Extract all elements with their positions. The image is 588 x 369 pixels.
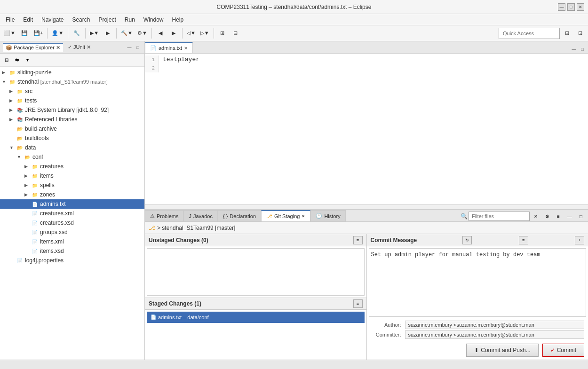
quick-access-box[interactable]: Quick Access xyxy=(499,28,560,39)
maximize-panel-button[interactable]: □ xyxy=(134,44,142,51)
tab-package-explorer[interactable]: 📦 Package Explorer ✕ xyxy=(3,43,63,52)
tree-item-creatures-folder[interactable]: ▶ 📁 creatures xyxy=(0,162,144,171)
build-button[interactable]: 🔨▼ xyxy=(119,27,135,39)
menu-navigate[interactable]: Navigate xyxy=(38,15,67,24)
perspective-button[interactable]: ⊞ xyxy=(216,27,229,39)
tab-javadoc[interactable]: J Javadoc xyxy=(183,210,217,221)
explorer-panel: 📦 Package Explorer ✕ ✓ JUnit ✕ — □ ⊟ ⇆ ▾… xyxy=(0,41,145,360)
close-button[interactable]: ✕ xyxy=(577,3,584,11)
committer-input[interactable] xyxy=(405,330,585,339)
run-button[interactable]: ▶▼ xyxy=(88,27,101,39)
editor-minimize-button[interactable]: — xyxy=(570,46,578,53)
tree-item-tests[interactable]: ▶ 📁 tests xyxy=(0,96,144,105)
tree-item-items-xml[interactable]: ▶ 📄 items.xml xyxy=(0,237,144,246)
menu-project[interactable]: Project xyxy=(95,15,119,24)
staged-menu-button[interactable]: ≡ xyxy=(353,299,363,308)
tree-item-build-archive[interactable]: ▶ 📂 build-archive xyxy=(0,124,144,133)
tree-item-items-folder[interactable]: ▶ 📁 items xyxy=(0,171,144,181)
collapse-all-button[interactable]: ⊟ xyxy=(2,55,11,65)
main-area: 📦 Package Explorer ✕ ✓ JUnit ✕ — □ ⊟ ⇆ ▾… xyxy=(0,41,588,360)
commit-icon: ✓ xyxy=(550,347,555,353)
author-input[interactable] xyxy=(405,321,585,329)
view-button[interactable]: ⊡ xyxy=(574,27,586,39)
minimize-button[interactable]: — xyxy=(558,3,565,11)
link-editor-button[interactable]: ⇆ xyxy=(12,55,22,65)
menu-help[interactable]: Help xyxy=(168,15,188,24)
save-button[interactable]: 💾 xyxy=(18,27,31,39)
toolbar-sep-5 xyxy=(151,28,152,39)
menu-edit[interactable]: Edit xyxy=(19,15,37,24)
staging-tool-btn-2[interactable]: ≡ xyxy=(553,211,564,221)
maximize-button[interactable]: □ xyxy=(567,3,575,11)
navigate-back[interactable]: ◁▼ xyxy=(185,27,198,39)
commit-msg-tool-3[interactable]: + xyxy=(575,236,584,244)
tree-item-src[interactable]: ▶ 📁 src xyxy=(0,86,144,96)
commit-msg-tool-2[interactable]: ≡ xyxy=(519,236,528,244)
tree-item-items-xsd[interactable]: ▶ 📄 items.xsd xyxy=(0,246,144,256)
tab-junit[interactable]: ✓ JUnit ✕ xyxy=(65,43,94,51)
label-tests: tests xyxy=(25,97,37,104)
tab-git-staging[interactable]: ⎇ Git Staging ✕ xyxy=(261,210,310,221)
bottom-tabs: ⚠ Problems J Javadoc { } Declaration ⎇ G… xyxy=(145,210,588,222)
tree-item-admins-txt[interactable]: ▶ 📄 admins.txt xyxy=(0,199,144,209)
editor-tab-close[interactable]: ✕ xyxy=(184,46,188,51)
menu-run[interactable]: Run xyxy=(121,15,139,24)
folder-icon-conf: 📂 xyxy=(24,153,31,161)
build2-button[interactable]: ⚙▼ xyxy=(135,27,149,39)
menu-search[interactable]: Search xyxy=(68,15,94,24)
tab-declaration[interactable]: { } Declaration xyxy=(218,210,261,221)
tree-item-jre[interactable]: ▶ 📚 JRE System Library [jdk1.8.0_92] xyxy=(0,105,144,115)
staged-item-admins-txt[interactable]: 📄 admins.txt – data/conf xyxy=(147,312,365,323)
commit-button[interactable]: ✓ Commit xyxy=(542,344,584,357)
tree-item-buildtools[interactable]: ▶ 📂 buildtools xyxy=(0,133,144,143)
new-button[interactable]: ⬜▼ xyxy=(2,27,17,39)
commit-msg-tool-1[interactable]: ↻ xyxy=(462,236,472,244)
editor-tab-admins-txt[interactable]: 📄 admins.txt ✕ xyxy=(145,42,193,53)
tree-item-sliding-puzzle[interactable]: ▶ 📁 sliding-puzzle xyxy=(0,68,144,77)
label-admins-txt: admins.txt xyxy=(40,201,66,207)
tab-problems[interactable]: ⚠ Problems xyxy=(145,210,183,221)
staging-minimize-btn[interactable]: — xyxy=(564,211,575,221)
person-button[interactable]: 👤▼ xyxy=(50,27,65,39)
tree-item-creatures-xsd[interactable]: ▶ 📄 creatures.xsd xyxy=(0,218,144,228)
tree-item-conf[interactable]: ▼ 📂 conf xyxy=(0,152,144,162)
tree-item-stendhal[interactable]: ▼ 📁 stendhal [stendhal_S1Team99 master] xyxy=(0,77,144,86)
save-all-button[interactable]: 💾+ xyxy=(32,27,45,39)
window-title: COMP23311Testing – stendhal/data/conf/ad… xyxy=(217,4,372,10)
tree-item-log4j[interactable]: ▶ 📄 log4j.properties xyxy=(0,256,144,265)
tree-item-spells-folder[interactable]: ▶ 📁 spells xyxy=(0,181,144,190)
tab-history[interactable]: 🕐 History xyxy=(310,210,345,221)
menu-window[interactable]: Window xyxy=(140,15,167,24)
tab-git-staging-close[interactable]: ✕ xyxy=(302,214,305,219)
open-perspective-button[interactable]: ⊞ xyxy=(561,27,573,39)
commit-message-textarea[interactable] xyxy=(369,248,587,317)
toolbar-sep-7 xyxy=(214,28,214,39)
minimize-panel-button[interactable]: — xyxy=(126,44,133,51)
explorer-menu-button[interactable]: ▾ xyxy=(23,55,32,65)
tree-item-creatures-xml[interactable]: ▶ 📄 creatures.xml xyxy=(0,209,144,218)
editor-scrollbar[interactable] xyxy=(145,204,588,209)
tree-item-data[interactable]: ▼ 📂 data xyxy=(0,143,144,152)
menu-file[interactable]: File xyxy=(2,15,18,24)
editor-maximize-button[interactable]: □ xyxy=(579,46,586,53)
debug-button[interactable]: 🔧 xyxy=(71,27,83,39)
run2-button[interactable]: ▶ xyxy=(102,27,114,39)
next-button[interactable]: ▶ xyxy=(167,27,180,39)
filter-files-input[interactable] xyxy=(469,212,530,221)
label-data: data xyxy=(25,144,36,151)
clear-filter-button[interactable]: ✕ xyxy=(531,211,541,221)
toolbar-sep-1 xyxy=(47,28,48,39)
unstaged-menu-button[interactable]: ≡ xyxy=(353,236,363,244)
perspective2-button[interactable]: ⊟ xyxy=(230,27,242,39)
tree-item-zones-folder[interactable]: ▶ 📁 zones xyxy=(0,190,144,199)
line-number-1: 1 xyxy=(145,55,159,64)
tree-item-groups-xsd[interactable]: ▶ 📄 groups.xsd xyxy=(0,228,144,237)
editor-content[interactable]: 1 testplayer 2 xyxy=(145,54,588,204)
staging-tool-btn-1[interactable]: ⚙ xyxy=(542,211,552,221)
commit-and-push-button[interactable]: ⬆ Commit and Push... xyxy=(466,344,538,357)
navigate-forward[interactable]: ▷▼ xyxy=(199,27,211,39)
staging-maximize-btn[interactable]: □ xyxy=(576,211,586,221)
window-controls: — □ ✕ xyxy=(558,3,584,11)
tree-item-reflibs[interactable]: ▶ 📚 Referenced Libraries xyxy=(0,115,144,124)
prev-button[interactable]: ◀ xyxy=(154,27,167,39)
